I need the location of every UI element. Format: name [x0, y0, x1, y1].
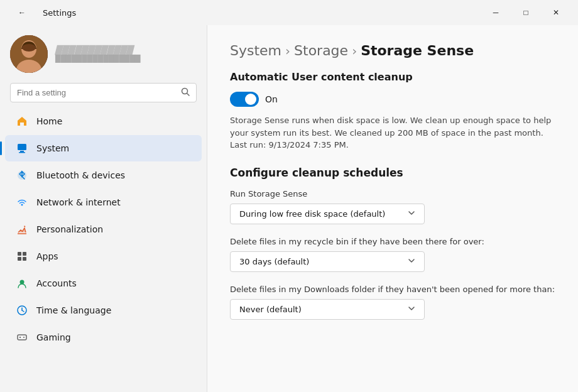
bluetooth-icon: [15, 168, 29, 182]
app-body: ████████████ ████████████████ HomeSystem…: [0, 25, 578, 392]
svg-rect-7: [20, 151, 24, 152]
content-area: System › Storage › Storage Sense Automat…: [207, 25, 578, 392]
search-input[interactable]: [17, 88, 176, 97]
svg-rect-8: [19, 152, 25, 153]
sidebar-item-label-apps: Apps: [36, 251, 58, 261]
search-box[interactable]: [10, 83, 197, 102]
sidebar-item-gaming[interactable]: Gaming: [5, 324, 202, 351]
dropdown-run-storage-sense[interactable]: During low free disk space (default): [230, 204, 425, 224]
svg-rect-12: [23, 252, 26, 256]
chevron-down-icon: [408, 257, 415, 266]
back-button[interactable]: ←: [8, 3, 36, 23]
minimize-button[interactable]: ─: [481, 3, 510, 23]
sidebar-item-apps[interactable]: Apps: [5, 243, 202, 270]
breadcrumb-current: Storage Sense: [361, 43, 474, 58]
chevron-down-icon: [408, 209, 415, 219]
avatar: [10, 35, 48, 73]
dropdown-recycle-bin[interactable]: 30 days (default): [230, 251, 425, 272]
toggle-label: On: [265, 94, 278, 104]
apps-icon: [15, 249, 29, 263]
titlebar-left: ← Settings: [8, 3, 76, 23]
svg-line-5: [187, 94, 190, 96]
time-icon: [15, 303, 29, 317]
breadcrumb: System › Storage › Storage Sense: [230, 43, 555, 58]
svg-rect-14: [23, 257, 26, 261]
storage-sense-description: Storage Sense runs when disk space is lo…: [230, 114, 555, 151]
dropdown-value-recycle-bin: 30 days (default): [239, 257, 309, 266]
breadcrumb-sep2: ›: [352, 43, 357, 58]
dropdown-value-run-storage-sense: During low free disk space (default): [239, 209, 385, 219]
sidebar: ████████████ ████████████████ HomeSystem…: [0, 25, 207, 392]
sidebar-item-system[interactable]: System: [5, 135, 202, 161]
close-button[interactable]: ✕: [542, 3, 570, 23]
sidebar-item-label-system: System: [36, 143, 69, 153]
svg-point-3: [22, 44, 36, 52]
field-label-recycle-bin: Delete files in my recycle bin if they h…: [230, 237, 555, 246]
svg-rect-6: [18, 144, 26, 150]
sidebar-item-accounts[interactable]: Accounts: [5, 270, 202, 297]
network-icon: [15, 195, 29, 209]
sidebar-item-label-gaming: Gaming: [36, 332, 71, 342]
user-name: ████████████: [55, 45, 140, 55]
field-label-downloads: Delete files in my Downloads folder if t…: [230, 285, 555, 294]
titlebar: ← Settings ─ □ ✕: [0, 0, 578, 25]
maximize-button[interactable]: □: [511, 3, 540, 23]
sidebar-item-personalization[interactable]: Personalization: [5, 216, 202, 242]
titlebar-title: Settings: [43, 8, 76, 18]
sidebar-item-bluetooth[interactable]: Bluetooth & devices: [5, 162, 202, 188]
avatar-svg: [10, 35, 48, 73]
section-title: Automatic User content cleanup: [230, 71, 555, 83]
storage-sense-toggle[interactable]: [230, 92, 259, 107]
field-group-recycle-bin: Delete files in my recycle bin if they h…: [230, 237, 555, 272]
field-group-run-storage-sense: Run Storage SenseDuring low free disk sp…: [230, 189, 555, 224]
breadcrumb-sep1: ›: [285, 43, 290, 58]
nav: HomeSystemBluetooth & devicesNetwork & i…: [0, 107, 207, 351]
chevron-down-icon: [408, 305, 415, 314]
accounts-icon: [15, 276, 29, 290]
home-icon: [15, 114, 29, 128]
breadcrumb-storage: Storage: [294, 43, 348, 58]
toggle-row: On: [230, 92, 555, 107]
sidebar-item-time[interactable]: Time & language: [5, 297, 202, 324]
sidebar-item-network[interactable]: Network & internet: [5, 189, 202, 215]
svg-rect-13: [18, 257, 21, 261]
sidebar-item-label-accounts: Accounts: [36, 278, 77, 288]
titlebar-controls: ─ □ ✕: [481, 3, 570, 23]
user-email: ████████████████: [55, 55, 140, 63]
sidebar-item-label-personalization: Personalization: [36, 224, 103, 234]
sidebar-item-label-time: Time & language: [36, 305, 111, 315]
system-icon: [15, 141, 29, 155]
fields-container: Run Storage SenseDuring low free disk sp…: [230, 189, 555, 320]
svg-rect-11: [18, 252, 21, 256]
breadcrumb-system: System: [230, 43, 281, 58]
field-label-run-storage-sense: Run Storage Sense: [230, 189, 555, 199]
personalization-icon: [15, 222, 29, 236]
sidebar-item-home[interactable]: Home: [5, 108, 202, 134]
sidebar-item-label-bluetooth: Bluetooth & devices: [36, 170, 125, 180]
search-icon: [181, 87, 190, 98]
subsection-title: Configure cleanup schedules: [230, 166, 555, 179]
svg-rect-19: [18, 335, 26, 340]
sidebar-item-label-home: Home: [36, 116, 62, 126]
svg-line-18: [22, 310, 24, 312]
user-profile[interactable]: ████████████ ████████████████: [0, 25, 207, 80]
field-group-downloads: Delete files in my Downloads folder if t…: [230, 285, 555, 320]
gaming-icon: [15, 330, 29, 344]
dropdown-downloads[interactable]: Never (default): [230, 299, 425, 320]
svg-point-22: [23, 337, 25, 338]
sidebar-item-label-network: Network & internet: [36, 197, 121, 207]
dropdown-value-downloads: Never (default): [239, 305, 302, 314]
user-info: ████████████ ████████████████: [55, 45, 140, 63]
